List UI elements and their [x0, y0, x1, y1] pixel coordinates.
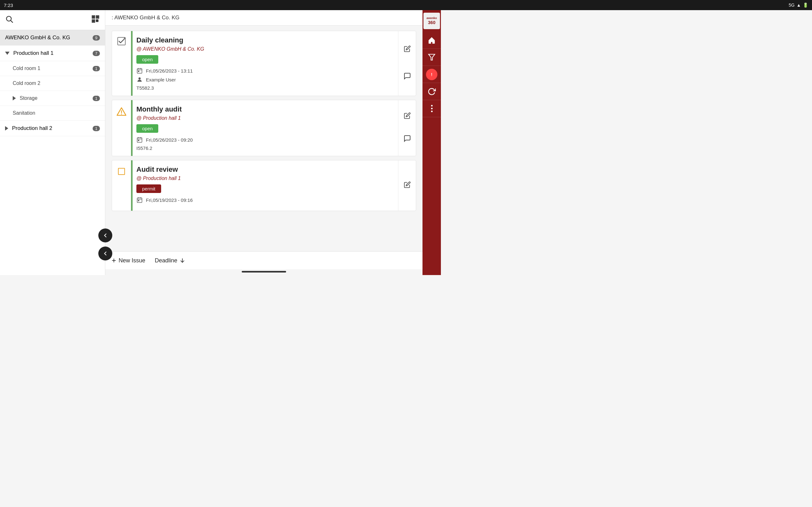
- card-title: Audit review: [136, 165, 394, 174]
- card-audit-review: Audit review @ Production hall 1 permit …: [112, 160, 416, 211]
- card-date: Fri,05/26/2023 - 09:20: [136, 136, 394, 143]
- chevron-right-icon-ph2: [5, 126, 8, 130]
- sidebar-item-ph1-badge: 7: [93, 51, 100, 56]
- sidebar-item-cold-room-2[interactable]: Cold room 2: [0, 76, 105, 91]
- header-title: : AWENKO GmbH & Co. KG: [112, 14, 180, 20]
- warning-icon: [116, 107, 126, 117]
- calendar-icon: [136, 136, 143, 143]
- user-icon: [136, 76, 143, 83]
- card-indicator-checkmark: [112, 31, 131, 96]
- card-actions-audit-review: [398, 160, 416, 211]
- card-date: Fri,05/19/2023 - 09:16: [136, 197, 394, 203]
- svg-rect-5: [93, 16, 94, 18]
- svg-rect-9: [97, 20, 98, 20]
- card-user: Example User: [136, 76, 394, 83]
- sidebar-header: [0, 10, 105, 30]
- card-actions-monthly-audit: [398, 100, 416, 156]
- alert-circle: [426, 69, 438, 80]
- time: 7:23: [4, 3, 13, 8]
- card-location: @ Production hall 1: [136, 176, 394, 181]
- status-badge: open: [136, 55, 158, 64]
- edit-button[interactable]: [401, 110, 413, 123]
- svg-marker-35: [428, 54, 435, 60]
- bottom-bar: + New Issue Deadline: [105, 251, 422, 269]
- main-header: : AWENKO GmbH & Co. KG: [105, 10, 422, 26]
- card-daily-cleaning: Daily cleaning @ AWENKO GmbH & Co. KG op…: [112, 31, 416, 96]
- svg-line-1: [11, 20, 13, 22]
- new-issue-label: New Issue: [119, 257, 145, 264]
- svg-rect-8: [96, 20, 97, 20]
- sidebar-item-storage[interactable]: Storage 1: [0, 91, 105, 106]
- card-body-monthly-audit: Monthly audit @ Production hall 1 open F…: [131, 100, 398, 156]
- deadline-label: Deadline: [155, 257, 177, 264]
- sidebar-item-storage-badge: 1: [93, 96, 100, 101]
- sidebar: AWENKO GmbH & Co. KG 9 Production hall 1…: [0, 10, 105, 275]
- svg-rect-10: [96, 21, 97, 21]
- nav-filter-button[interactable]: [422, 49, 441, 66]
- filter-icon: [427, 53, 436, 61]
- svg-rect-19: [138, 71, 139, 72]
- card-actions-daily-cleaning: [398, 31, 416, 96]
- card-body-daily-cleaning: Daily cleaning @ AWENKO GmbH & Co. KG op…: [131, 31, 398, 96]
- app-container: AWENKO GmbH & Co. KG 9 Production hall 1…: [0, 0, 441, 275]
- back-button[interactable]: [98, 228, 112, 242]
- logo-360: 360: [426, 20, 437, 25]
- svg-rect-24: [137, 137, 142, 142]
- logo-text: awenko: [426, 17, 437, 20]
- sidebar-item-production-hall-2[interactable]: Production hall 2 1: [0, 121, 105, 136]
- nav-more-button[interactable]: [422, 100, 441, 117]
- sidebar-item-awenko-badge: 9: [93, 35, 100, 41]
- exclamation-icon: [429, 72, 435, 77]
- sidebar-navigation: AWENKO GmbH & Co. KG 9 Production hall 1…: [0, 30, 105, 275]
- status-bar: 7:23 5G ▲ 🔋: [0, 0, 441, 10]
- card-task-id: T5582.3: [136, 85, 394, 91]
- plus-icon: +: [112, 256, 116, 265]
- svg-rect-29: [137, 198, 142, 203]
- sidebar-item-ph2-badge: 1: [93, 126, 100, 131]
- svg-point-38: [432, 75, 432, 76]
- scroll-indicator: [242, 271, 286, 273]
- app-logo: awenko 360: [423, 13, 440, 29]
- card-monthly-audit: Monthly audit @ Production hall 1 open F…: [112, 100, 416, 156]
- card-body-audit-review: Audit review @ Production hall 1 permit …: [131, 160, 398, 211]
- chevron-right-icon: [13, 96, 16, 101]
- comment-button[interactable]: [401, 132, 414, 147]
- nav-home-button[interactable]: [422, 32, 441, 49]
- sidebar-item-sanitation[interactable]: Sanitation: [0, 106, 105, 121]
- qr-icon[interactable]: [91, 14, 100, 25]
- new-issue-button[interactable]: + New Issue: [112, 256, 145, 265]
- status-badge: open: [136, 124, 158, 133]
- deadline-button[interactable]: Deadline: [155, 257, 186, 264]
- svg-rect-6: [97, 16, 98, 18]
- card-location: @ Production hall 1: [136, 115, 394, 121]
- card-indicator-warning: [112, 100, 131, 156]
- nav-refresh-button[interactable]: [422, 83, 441, 100]
- back-button-floating[interactable]: [98, 246, 112, 261]
- svg-point-23: [121, 114, 122, 115]
- svg-rect-11: [97, 21, 98, 21]
- edit-button[interactable]: [401, 43, 413, 56]
- refresh-icon: [427, 88, 436, 96]
- card-date: Fri,05/26/2023 - 13:11: [136, 67, 394, 74]
- sort-down-icon: [179, 257, 186, 264]
- sidebar-item-awenko-label: AWENKO GmbH & Co. KG: [5, 35, 70, 41]
- sidebar-item-cold-room-1[interactable]: Cold room 1 1: [0, 61, 105, 76]
- sidebar-item-cr1-badge: 1: [93, 66, 100, 71]
- more-dots-icon: [431, 105, 433, 112]
- sidebar-item-production-hall-1[interactable]: Production hall 1 7: [0, 46, 105, 61]
- search-icon[interactable]: [5, 15, 13, 25]
- edit-button[interactable]: [401, 179, 413, 192]
- svg-rect-7: [93, 20, 94, 22]
- nav-alert-button[interactable]: [422, 66, 441, 83]
- calendar-icon: [136, 67, 143, 74]
- right-sidebar: awenko 360: [422, 10, 441, 275]
- sidebar-item-awenko[interactable]: AWENKO GmbH & Co. KG 9: [0, 30, 105, 46]
- card-title: Monthly audit: [136, 105, 394, 113]
- calendar-icon: [136, 197, 143, 203]
- card-title: Daily cleaning: [136, 36, 394, 44]
- svg-rect-28: [138, 140, 139, 141]
- svg-rect-15: [137, 68, 142, 73]
- card-location: @ AWENKO GmbH & Co. KG: [136, 46, 394, 52]
- card-task-id: I5576.2: [136, 146, 394, 151]
- comment-button[interactable]: [401, 70, 414, 84]
